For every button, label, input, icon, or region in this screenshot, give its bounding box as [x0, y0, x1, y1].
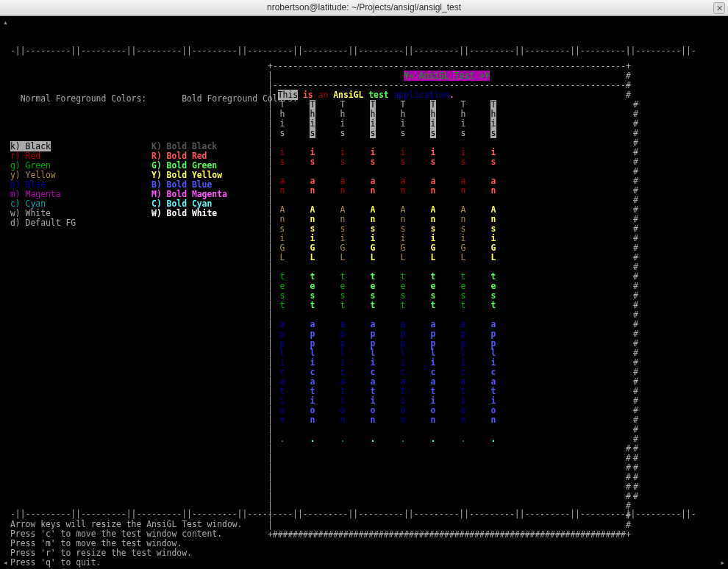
scroll-left-icon[interactable]: ◂ [3, 558, 8, 568]
bold-color-item: B) Bold Blue [151, 179, 212, 190]
bold-color-item: K) Bold Black [151, 141, 217, 151]
help-text: Arrow keys will resize the AnsiGL Test w… [10, 520, 242, 568]
test-sentence: | This is an AnsiGL test application. # [268, 90, 650, 100]
window-titlebar: nrobertson@latitude: ~/Projects/ansigl/a… [0, 0, 728, 16]
panel-border-bottom: +#######################################… [268, 529, 631, 540]
bold-color-item: Y) Bold Yellow [151, 170, 222, 180]
panel-border: +---------------------------------------… [268, 61, 631, 71]
normal-color-item: m) Magenta [10, 189, 61, 199]
window-title: nrobertson@latitude: ~/Projects/ansigl/a… [267, 3, 461, 12]
bold-color-item: W) Bold White [151, 208, 217, 218]
normal-color-item: y) Yellow [10, 170, 56, 180]
bold-color-item: M) Bold Magenta [151, 189, 227, 199]
scroll-up-icon[interactable]: ▴ [3, 18, 8, 27]
normal-color-item: g) Green [10, 160, 51, 171]
bold-color-item: C) Bold Cyan [151, 198, 212, 209]
bold-color-item: R) Bold Red [151, 151, 207, 161]
normal-color-item: r) Red [10, 151, 40, 161]
help-line: Press 'q' to quit. [10, 558, 242, 568]
bold-color-item: G) Bold Green [151, 160, 217, 171]
normal-color-item: c) Cyan [10, 198, 46, 209]
terminal: ▴ -||---------||---------||---------||--… [0, 16, 728, 569]
vertical-columns: ||||ThisThisThisThisThisThisThisThis|||i… [268, 100, 650, 444]
ansigl-test-panel: +---------------------------------------… [268, 62, 650, 540]
normal-color-item: d) Default FG [10, 218, 76, 228]
ruler-top: -||---------||---------||---------||----… [10, 46, 725, 56]
panel-title: ¥« AnsiGL Test »¥ [404, 71, 490, 81]
ruler-bottom: -||---------||---------||---------||----… [10, 509, 696, 519]
close-icon[interactable]: ✕ [713, 2, 725, 14]
normal-color-item: b) Blue [10, 179, 46, 190]
normal-color-item: w) White [10, 208, 51, 218]
normal-color-item: k) Black [10, 141, 51, 151]
scroll-right-icon[interactable]: ▸ [720, 558, 725, 568]
